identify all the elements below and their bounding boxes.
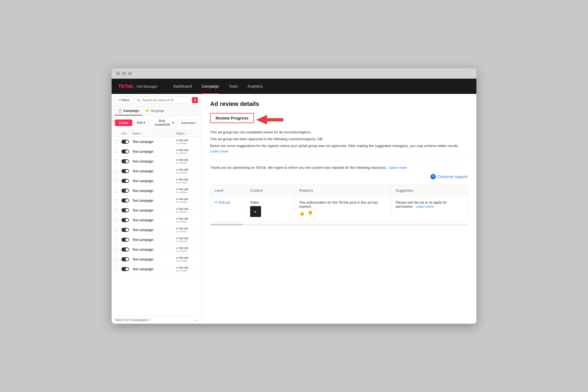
status-cell: ●Not del In review xyxy=(176,188,198,194)
row-checkbox[interactable] xyxy=(115,169,118,173)
scrollbar-track[interactable] xyxy=(210,224,468,225)
arrow-svg xyxy=(256,114,283,126)
filter-button[interactable]: + Filters xyxy=(115,97,133,103)
row-checkbox[interactable] xyxy=(115,267,118,271)
toggle-switch[interactable] xyxy=(121,179,129,183)
status-not-del: ●Not del xyxy=(176,188,198,191)
status-not-del: ●Not del xyxy=(176,246,198,250)
col-level: Level xyxy=(210,185,246,196)
rejection-learn-more-link[interactable]: Learn more xyxy=(389,166,407,170)
row-checkbox[interactable] xyxy=(115,179,118,183)
customer-support-label: Customer support xyxy=(437,174,468,179)
nav-analytics[interactable]: Analytics xyxy=(243,79,268,94)
toggle-switch[interactable] xyxy=(121,189,129,193)
nav-dashboard[interactable]: Dashboard xyxy=(168,79,197,94)
campaign-name: Test campaign xyxy=(132,218,176,222)
content-cell: Video ▶ xyxy=(246,196,295,221)
campaign-name: Test campaign xyxy=(132,267,176,271)
desc-learn-more-link[interactable]: Learn more xyxy=(210,149,228,153)
status-dot: ● xyxy=(176,148,178,152)
status-cell: ●Not del In review xyxy=(176,168,198,174)
review-table-row: ✏ Edit ad Video ▶ xyxy=(210,196,467,221)
thumbs-up-icon[interactable]: 👍 xyxy=(299,211,305,216)
brand-tiktok: TikTok: xyxy=(118,84,134,89)
campaign-name: Test campaign xyxy=(132,258,176,261)
row-checkbox[interactable] xyxy=(115,189,118,192)
reason-text: The authorization for the TikTok post in… xyxy=(299,200,387,209)
edit-chevron-icon: ▾ xyxy=(143,121,145,125)
toggle-switch[interactable] xyxy=(121,140,129,144)
total-value: — xyxy=(195,318,198,321)
row-checkbox[interactable] xyxy=(115,258,118,261)
video-label: Video xyxy=(250,200,261,204)
customer-support-button[interactable]: ? Customer support xyxy=(430,174,468,179)
search-input[interactable] xyxy=(135,97,190,104)
bulk-button[interactable]: Bulk create/Edit ▾ xyxy=(150,117,177,128)
row-checkbox[interactable] xyxy=(115,150,118,153)
edit-ad-link[interactable]: ✏ Edit ad xyxy=(215,200,230,204)
status-in-review: In review xyxy=(176,269,198,272)
page-title: Ad review details xyxy=(210,100,468,108)
campaign-name: Test campaign xyxy=(132,150,176,154)
status-not-del: ●Not del xyxy=(176,217,198,220)
campaign-name: Test campaign xyxy=(132,189,176,193)
main-area: + Filters 🔍 ✕ 📋 Campaign 📂 Ad group xyxy=(112,94,476,324)
toggle-switch[interactable] xyxy=(121,198,129,203)
col-content: Content xyxy=(246,185,295,196)
row-checkbox[interactable] xyxy=(115,218,118,222)
row-checkbox[interactable] xyxy=(115,238,118,241)
row-checkbox[interactable] xyxy=(115,228,118,232)
toggle-switch[interactable] xyxy=(121,149,129,154)
brand-logo: TikTok: xyxy=(118,84,134,89)
status-dot: ● xyxy=(176,197,178,201)
automated-button[interactable]: Automated xyxy=(179,120,198,126)
toggle-switch[interactable] xyxy=(121,238,129,242)
status-not-del: ●Not del xyxy=(176,237,198,240)
toggle-switch[interactable] xyxy=(121,228,129,232)
status-dot: ● xyxy=(176,168,178,171)
row-checkbox[interactable] xyxy=(115,140,118,143)
campaign-name: Test campaign xyxy=(132,140,176,144)
scrollbar-thumb[interactable] xyxy=(210,224,243,225)
toggle-switch[interactable] xyxy=(121,267,129,271)
status-cell: ●Not del In review xyxy=(176,207,198,213)
close-panel-button[interactable]: ✕ xyxy=(192,97,198,103)
total-label: Total of 121 Campaign(s) xyxy=(115,318,148,321)
review-progress-button[interactable]: Review Progress xyxy=(210,113,254,123)
tab-adgroup[interactable]: 📂 Ad group xyxy=(142,107,167,115)
table-row: Test campaign ●Not del In review xyxy=(112,215,201,225)
status-not-del: ●Not del xyxy=(176,139,198,142)
thumbs-down-icon[interactable]: 👎 xyxy=(307,211,313,216)
campaign-tab-icon: 📋 xyxy=(118,109,122,113)
col-reasons: Reasons xyxy=(295,185,391,196)
table-header: On/... Name ↕ Status xyxy=(112,130,201,137)
tab-campaign[interactable]: 📋 Campaign xyxy=(115,107,142,115)
table-row: Test campaign ●Not del In review xyxy=(112,147,201,157)
nav-tools[interactable]: Tools xyxy=(224,79,243,94)
status-not-del: ●Not del xyxy=(176,158,198,161)
status-cell: ●Not del In review xyxy=(176,148,198,155)
svg-marker-0 xyxy=(256,115,283,125)
status-dot: ● xyxy=(176,227,178,230)
toggle-switch[interactable] xyxy=(121,218,129,222)
review-desc-line2: This ad group has been approved in the f… xyxy=(210,136,468,142)
toggle-switch[interactable] xyxy=(121,159,129,163)
suggestion-learn-more-link[interactable]: Learn more xyxy=(416,204,434,209)
toggle-switch[interactable] xyxy=(121,257,129,261)
status-in-review: In review xyxy=(176,220,198,223)
row-checkbox[interactable] xyxy=(115,248,118,251)
col-on-off: On/... xyxy=(121,132,132,135)
status-dot: ● xyxy=(176,266,178,269)
table-row: Test campaign ●Not del In review xyxy=(112,245,201,255)
edit-button[interactable]: Edit ▾ xyxy=(134,119,148,126)
toggle-switch[interactable] xyxy=(121,169,129,173)
toggle-switch[interactable] xyxy=(121,247,129,252)
nav-campaign[interactable]: Campaign xyxy=(197,79,224,94)
review-table-header: Level Content Reasons Suggestion xyxy=(210,185,467,196)
row-checkbox[interactable] xyxy=(115,199,118,202)
bulk-chevron-icon: ▾ xyxy=(172,121,174,125)
row-checkbox[interactable] xyxy=(115,160,118,163)
row-checkbox[interactable] xyxy=(115,209,118,212)
create-button[interactable]: Create xyxy=(115,120,132,126)
toggle-switch[interactable] xyxy=(121,208,129,212)
